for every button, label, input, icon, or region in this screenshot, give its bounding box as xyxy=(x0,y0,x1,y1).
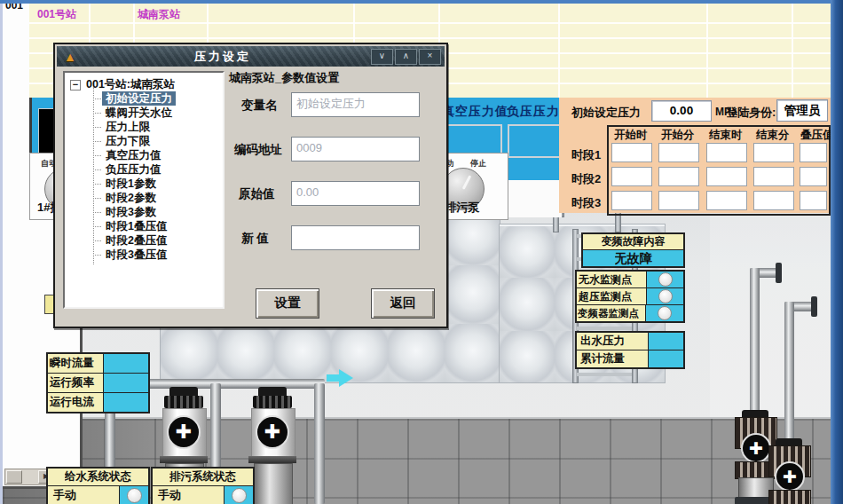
tree-item-negative-pressure[interactable]: 负压压力值 xyxy=(102,162,165,177)
metric-value-cell xyxy=(104,374,148,392)
col-end-minute: 结束分 xyxy=(756,128,790,143)
mode-value-cell xyxy=(120,486,148,504)
schedule-cell[interactable] xyxy=(800,167,827,186)
tree-item-period2-overlay[interactable]: 时段2叠压值 xyxy=(102,233,170,248)
pump-fins xyxy=(253,396,292,408)
row-period3: 时段3 xyxy=(571,195,601,211)
mode-label: 手动 xyxy=(48,486,120,504)
minimize-button[interactable]: ∨ xyxy=(371,49,393,65)
schedule-cell[interactable] xyxy=(611,167,652,186)
tree-root[interactable]: −001号站:城南泵站 xyxy=(70,77,175,92)
new-value-field[interactable] xyxy=(291,225,420,250)
tree-items: 初始设定压力 蝶阀开关水位 压力上限 压力下限 真空压力值 负压压力值 时段1参… xyxy=(102,91,176,262)
flow-arrow-shaft xyxy=(327,374,339,382)
output-table: 出水压力 累计流量 xyxy=(575,331,685,369)
station-name-cell[interactable]: 城南泵站 xyxy=(138,7,180,22)
schedule-cell[interactable] xyxy=(800,191,827,210)
output-row: 累计流量 xyxy=(577,350,683,367)
schedule-cell[interactable] xyxy=(611,191,652,210)
pump-emblem-icon: ✚ xyxy=(741,433,771,463)
col-start-hour: 开始时 xyxy=(614,128,648,143)
tank-vent-post xyxy=(553,215,559,232)
tree-item-initial-pressure[interactable]: 初始设定压力 xyxy=(102,91,176,106)
tree-connector-line xyxy=(93,87,94,264)
tree-item-period2-param[interactable]: 时段2参数 xyxy=(102,191,160,205)
stop-label: 停止 xyxy=(470,158,486,169)
status-light-icon xyxy=(232,488,247,503)
schedule-cell[interactable] xyxy=(658,191,699,210)
output-row: 出水压力 xyxy=(577,333,683,350)
form-panel-title: 城南泵站_参数值设置 xyxy=(229,70,339,86)
col-start-minute: 开始分 xyxy=(661,128,695,143)
schedule-cell[interactable] xyxy=(658,143,699,162)
station-list-entry[interactable]: 001 xyxy=(5,4,23,12)
dialog-cone-icon: ▲ xyxy=(64,50,76,64)
pressure-setting-dialog: ▲ 压力设定 ∨ ∧ × −001号站:城南泵站 初始设定压力 蝶阀开关水位 压… xyxy=(53,43,448,328)
tree-item-period1-overlay[interactable]: 时段1叠压值 xyxy=(102,219,170,233)
pipe-vertical xyxy=(314,383,325,504)
status-light-icon xyxy=(658,306,672,320)
tree-item-pressure-upper[interactable]: 压力上限 xyxy=(102,120,154,134)
schedule-cell[interactable] xyxy=(753,167,794,186)
tree-item-vacuum-pressure[interactable]: 真空压力值 xyxy=(102,148,165,162)
tree-item-pressure-lower[interactable]: 压力下限 xyxy=(102,134,154,148)
original-value-field[interactable]: 0.00 xyxy=(291,181,420,206)
tree-collapse-icon[interactable]: − xyxy=(70,80,81,91)
col-overlay-value: 叠压值 xyxy=(800,128,834,143)
flow-arrow-icon xyxy=(327,369,353,387)
monitor-row: 超压监测点 xyxy=(577,287,683,304)
monitor-row: 无水监测点 xyxy=(577,272,683,287)
set-button[interactable]: 设置 xyxy=(256,288,319,319)
tree-item-period3-param[interactable]: 时段3参数 xyxy=(102,205,160,219)
code-address-field[interactable]: 0009 xyxy=(291,137,420,161)
parameter-tree: −001号站:城南泵站 初始设定压力 蝶阀开关水位 压力上限 压力下限 真空压力… xyxy=(63,71,225,309)
back-button[interactable]: 返回 xyxy=(371,288,435,319)
schedule-cell[interactable] xyxy=(658,167,699,186)
monitor-points-table: 无水监测点 超压监测点 变频器监测点 xyxy=(575,270,685,323)
schedule-cell[interactable] xyxy=(753,143,794,162)
booster-pump-2-graphic: ✚ xyxy=(768,438,809,504)
schedule-cell[interactable] xyxy=(706,167,747,186)
status-row: 手动 xyxy=(153,485,253,504)
schedule-cell[interactable] xyxy=(800,143,827,162)
variable-name-field[interactable]: 初始设定压力 xyxy=(291,92,420,117)
station-id-cell[interactable]: 001号站 xyxy=(37,7,76,22)
grid-line xyxy=(29,37,831,39)
initial-pressure-label: 初始设定压力 xyxy=(571,105,641,121)
dialog-titlebar[interactable]: ▲ 压力设定 ∨ ∧ × xyxy=(57,46,445,67)
close-button[interactable]: × xyxy=(419,49,441,65)
login-identity-value[interactable]: 管理员 xyxy=(776,99,828,122)
metric-row: 瞬时流量 xyxy=(48,354,148,373)
negative-pressure-value-box xyxy=(508,124,563,158)
metric-label: 运行频率 xyxy=(48,374,104,392)
field-label-original: 原始值 xyxy=(239,186,275,202)
monitor-row: 变频器监测点 xyxy=(577,304,683,321)
status-light-icon xyxy=(658,289,673,303)
tree-item-period3-overlay[interactable]: 时段3叠压值 xyxy=(102,248,170,262)
pump-flange xyxy=(248,456,296,463)
parameter-panel: 初始设定压力 0.00 MPa 登陆身份: 管理员 开始时 开始分 结束时 结束… xyxy=(559,98,831,213)
pump-fins xyxy=(164,396,203,408)
schedule-cell[interactable] xyxy=(611,143,652,162)
status-row: 手动 xyxy=(48,485,148,504)
maximize-button[interactable]: ∧ xyxy=(395,49,417,65)
metric-row: 运行电流 xyxy=(48,392,148,412)
pump-flange xyxy=(160,456,208,463)
login-identity-label: 登陆身份: xyxy=(726,105,776,121)
pump-base xyxy=(254,463,293,504)
initial-pressure-value[interactable]: 0.00 xyxy=(651,100,712,122)
scrollbar-thumb[interactable] xyxy=(6,470,22,484)
output-value-cell xyxy=(649,333,683,350)
tree-item-valve-level[interactable]: 蝶阀开关水位 xyxy=(102,106,176,120)
schedule-cell[interactable] xyxy=(706,191,747,210)
fault-status: 无故障 xyxy=(583,249,683,266)
tree-item-period1-param[interactable]: 时段1参数 xyxy=(102,177,160,191)
status-header: 排污系统状态 xyxy=(153,469,253,485)
pump-emblem-icon: ✚ xyxy=(256,415,289,449)
row-period1: 时段1 xyxy=(571,147,601,163)
pump-emblem-icon: ✚ xyxy=(775,461,805,492)
row-period2: 时段2 xyxy=(571,171,601,187)
grid-line xyxy=(29,22,831,24)
schedule-cell[interactable] xyxy=(706,143,747,162)
schedule-cell[interactable] xyxy=(753,191,794,210)
